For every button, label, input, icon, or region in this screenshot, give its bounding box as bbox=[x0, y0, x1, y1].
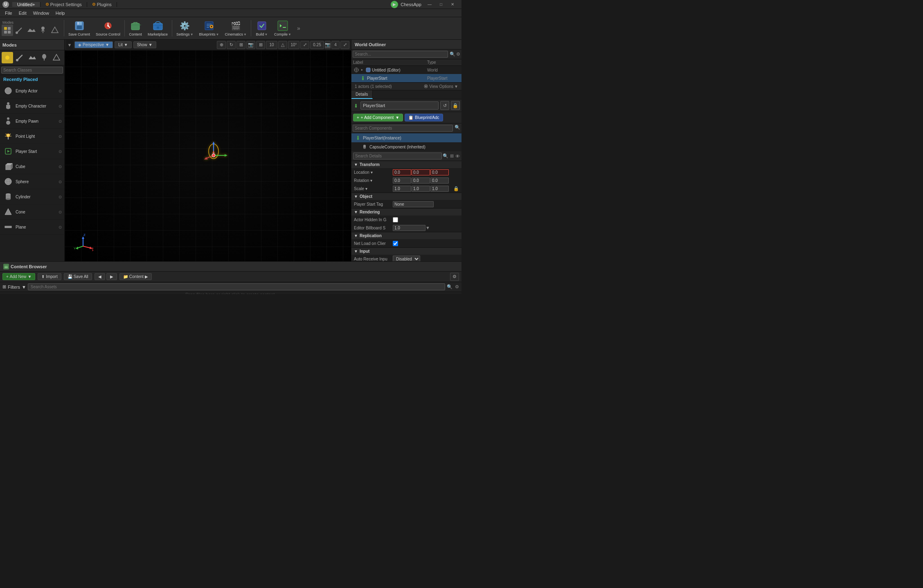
comp-item-capsule[interactable]: CapsuleComponent (Inherited) bbox=[351, 142, 462, 151]
rendering-header[interactable]: ▼ Rendering bbox=[351, 209, 462, 215]
translate-icon-btn[interactable]: ⊕ bbox=[217, 41, 226, 49]
replication-header[interactable]: ▼ Replication bbox=[351, 232, 462, 239]
scale-label[interactable]: Scale ▾ bbox=[354, 186, 393, 191]
angle-val-btn[interactable]: 10° bbox=[288, 41, 299, 49]
scale-tool-icon-btn[interactable]: ⤢ bbox=[300, 41, 309, 49]
scale-z-input[interactable] bbox=[430, 186, 449, 192]
mode-placement[interactable] bbox=[2, 25, 13, 36]
item-plane[interactable]: Plane ⊙ bbox=[0, 220, 64, 235]
search-classes-input[interactable] bbox=[1, 67, 63, 74]
menu-window[interactable]: Window bbox=[30, 9, 52, 17]
close-button[interactable]: ✕ bbox=[447, 0, 458, 9]
details-eye-icon[interactable]: 👁 bbox=[455, 154, 460, 159]
tab-untitled[interactable]: Untitled+ bbox=[12, 2, 41, 7]
mode-foliage[interactable] bbox=[37, 25, 49, 36]
item-empty-actor[interactable]: Empty Actor ⊙ bbox=[0, 83, 64, 99]
location-x-input[interactable] bbox=[393, 169, 411, 175]
item-player-start[interactable]: Player Start ⊙ bbox=[0, 144, 64, 159]
rotation-y-input[interactable] bbox=[412, 177, 430, 184]
transform-header[interactable]: ▼ Transform bbox=[351, 161, 462, 168]
foliage-mode-icon[interactable] bbox=[38, 52, 50, 63]
cb-settings-icon[interactable]: ⚙ bbox=[450, 273, 459, 281]
rotate-icon-btn[interactable]: ↻ bbox=[227, 41, 236, 49]
world-outliner-search-input[interactable] bbox=[353, 51, 448, 58]
asset-search-options[interactable]: ⚙ bbox=[455, 284, 459, 290]
scale-icon-btn[interactable]: ⊞ bbox=[236, 41, 245, 49]
minimize-button[interactable]: — bbox=[424, 0, 435, 9]
editor-billboard-arrow[interactable]: ▼ bbox=[425, 225, 430, 230]
placement-mode-icon[interactable] bbox=[2, 52, 13, 63]
paint-mode-icon[interactable] bbox=[14, 52, 25, 63]
details-search-input[interactable] bbox=[353, 153, 442, 159]
content-path-button[interactable]: 📁 Content ▶ bbox=[119, 273, 152, 280]
tab-project-settings[interactable]: ⚙ Project Settings bbox=[41, 2, 87, 7]
object-header[interactable]: ▼ Object bbox=[351, 193, 462, 200]
player-start-tag-input[interactable] bbox=[393, 201, 434, 207]
camera-speed-val-btn[interactable]: 4 bbox=[331, 41, 340, 49]
compile-button[interactable]: Compile ▼ bbox=[272, 18, 294, 38]
input-header[interactable]: ▼ Input bbox=[351, 248, 462, 255]
content-button[interactable]: Content bbox=[126, 18, 144, 38]
show-button[interactable]: Show ▼ bbox=[133, 41, 156, 48]
perspective-button[interactable]: ◈ Perspective ▼ bbox=[74, 41, 113, 48]
actor-reset-button[interactable]: ↺ bbox=[440, 101, 449, 110]
item-cone[interactable]: Cone ⊙ bbox=[0, 204, 64, 220]
tab-details[interactable]: Details bbox=[351, 90, 373, 99]
landscape-mode-icon[interactable] bbox=[26, 52, 38, 63]
item-cylinder[interactable]: Cylinder ⊙ bbox=[0, 189, 64, 204]
component-search-input[interactable] bbox=[353, 125, 453, 132]
wo-item-playerstart[interactable]: PlayerStart PlayerStart bbox=[351, 74, 462, 82]
lit-button[interactable]: Lit ▼ bbox=[115, 41, 131, 48]
blueprint-button[interactable]: 📋 Blueprint/Adc bbox=[405, 114, 443, 121]
import-button[interactable]: ⬆ Import bbox=[38, 273, 61, 280]
source-control-button[interactable]: Source Control bbox=[93, 18, 123, 38]
toolbar-expand-button[interactable]: » bbox=[295, 18, 303, 38]
nav-back-button[interactable]: ◀ bbox=[95, 273, 105, 280]
save-current-button[interactable]: Save Current bbox=[66, 18, 92, 38]
item-point-light[interactable]: Point Light ⊙ bbox=[0, 129, 64, 144]
scale-val-btn[interactable]: 0.25 bbox=[310, 41, 324, 49]
marketplace-button[interactable]: Marketplace bbox=[145, 18, 170, 38]
cinematics-button[interactable]: 🎬 Cinematics ▼ bbox=[223, 18, 249, 38]
build-button[interactable]: Build ▼ bbox=[253, 18, 271, 38]
editor-billboard-input[interactable] bbox=[393, 225, 425, 231]
camera-icon-btn[interactable]: 📷 bbox=[246, 41, 255, 49]
save-all-button[interactable]: 💾 Save All bbox=[64, 273, 92, 280]
menu-edit[interactable]: Edit bbox=[16, 9, 30, 17]
comp-item-playerstart[interactable]: PlayerStart(Instance) bbox=[351, 133, 462, 142]
add-new-button[interactable]: + Add New ▼ bbox=[2, 273, 35, 280]
wo-view-options[interactable]: View Options▼ bbox=[423, 84, 458, 89]
mode-paint[interactable] bbox=[14, 25, 25, 36]
item-sphere[interactable]: Sphere ⊙ bbox=[0, 174, 64, 189]
viewport-dropdown-button[interactable]: ▼ bbox=[66, 40, 73, 50]
item-empty-character[interactable]: Empty Character ⊙ bbox=[0, 99, 64, 114]
auto-receive-select[interactable]: Disabled bbox=[393, 256, 420, 261]
rotation-z-input[interactable] bbox=[430, 177, 449, 184]
blueprints-button[interactable]: Blueprints ▼ bbox=[197, 18, 222, 38]
location-label[interactable]: Location ▾ bbox=[354, 170, 393, 175]
location-y-input[interactable] bbox=[412, 169, 430, 175]
filters-button[interactable]: ⊞ Filters ▼ bbox=[2, 284, 26, 290]
mode-geometry[interactable] bbox=[49, 25, 61, 36]
maximize-button[interactable]: □ bbox=[435, 0, 447, 9]
item-cube[interactable]: Cube ⊙ bbox=[0, 159, 64, 174]
menu-help[interactable]: Help bbox=[52, 9, 68, 17]
actor-lock-button[interactable]: 🔒 bbox=[451, 101, 460, 110]
rotation-label[interactable]: Rotation ▾ bbox=[354, 178, 393, 183]
menu-file[interactable]: File bbox=[2, 9, 16, 17]
viewport[interactable]: Z X Y ✕ bbox=[65, 50, 351, 261]
geometry-mode-icon[interactable] bbox=[51, 52, 62, 63]
item-empty-pawn[interactable]: Empty Pawn ⊙ bbox=[0, 114, 64, 129]
grid-icon-btn[interactable]: ⊞ bbox=[256, 41, 265, 49]
rotation-x-input[interactable] bbox=[393, 177, 411, 184]
actor-name-input[interactable] bbox=[360, 101, 439, 110]
wo-item-world[interactable]: Untitled (Editor) World bbox=[351, 66, 462, 74]
camera-speed-icon-btn[interactable]: 📷 bbox=[325, 41, 331, 49]
asset-search-input[interactable] bbox=[28, 283, 445, 290]
net-load-checkbox[interactable] bbox=[393, 241, 398, 246]
scale-lock-icon[interactable]: 🔒 bbox=[453, 186, 459, 191]
tab-plugins[interactable]: ⚙ Plugins bbox=[87, 2, 117, 7]
nav-forward-button[interactable]: ▶ bbox=[106, 273, 117, 280]
mode-landscape[interactable] bbox=[25, 25, 37, 36]
category-recently-placed[interactable]: Recently Placed bbox=[0, 75, 64, 83]
